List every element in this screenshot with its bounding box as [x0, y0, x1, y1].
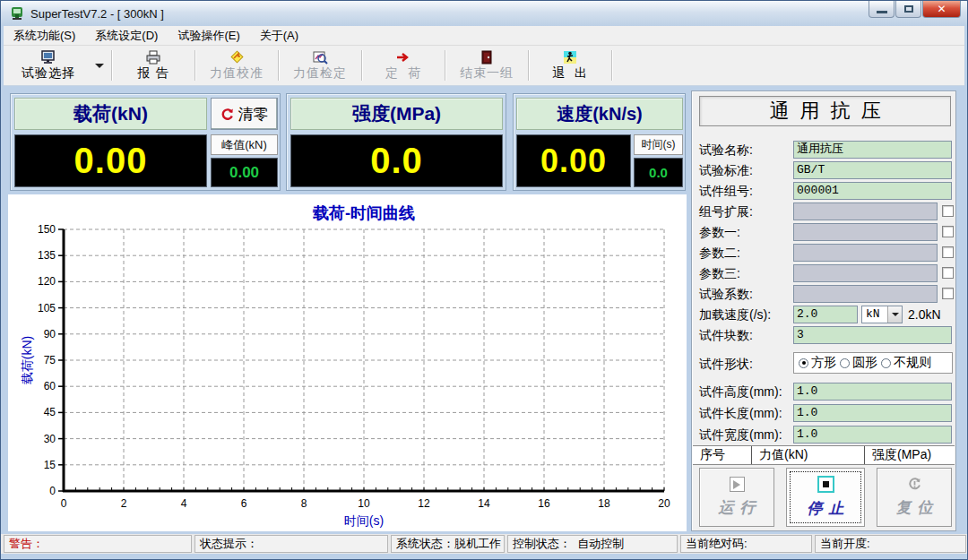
status-opening: 当前开度:: [815, 535, 966, 553]
svg-text:75: 75: [44, 354, 56, 366]
specimen-height-field[interactable]: 1.0: [793, 383, 952, 401]
magnifier-chart-icon: [312, 49, 328, 65]
exit-button[interactable]: 退 出: [531, 46, 609, 85]
svg-text:16: 16: [538, 497, 550, 510]
results-table-header: 序号 力值(kN) 强度(MPa): [693, 445, 955, 465]
toolbar: 试验选择 报 告 力值校准 力值检定: [4, 46, 964, 86]
menu-about[interactable]: 关于(A): [250, 26, 308, 45]
minimize-button[interactable]: [869, 1, 895, 18]
close-button[interactable]: ✕: [922, 1, 961, 18]
test-coefficient-field[interactable]: [793, 285, 938, 303]
param3-checkbox[interactable]: [942, 267, 954, 279]
reset-button[interactable]: 复位: [877, 468, 952, 527]
maximize-button[interactable]: [895, 1, 921, 18]
status-abs-code: 当前绝对码:: [680, 535, 812, 553]
reset-icon: [907, 477, 922, 492]
specimen-group-field[interactable]: 000001: [793, 182, 952, 200]
status-system-state: 系统状态：脱机工作: [391, 535, 505, 553]
field-label: 试验名称:: [699, 141, 753, 159]
calibrate-icon: [229, 49, 245, 65]
test-select-dropdown[interactable]: [90, 46, 109, 85]
test-coefficient-checkbox[interactable]: [942, 288, 954, 299]
group-ext-checkbox[interactable]: [942, 205, 954, 217]
printer-icon: [145, 49, 161, 65]
specimen-length-field[interactable]: 1.0: [793, 404, 952, 422]
load-time-chart: 0153045607590105120135150024681012141618…: [8, 194, 687, 531]
title-bar: SuperTestV7.2 - [ 300kN ] ✕: [1, 1, 967, 26]
field-label: 试验标准:: [699, 161, 753, 179]
field-label: 加载速度(/s):: [699, 306, 771, 323]
group-ext-field[interactable]: [793, 202, 938, 220]
svg-text:0: 0: [49, 485, 56, 497]
param1-checkbox[interactable]: [942, 226, 954, 237]
chevron-down-icon: [95, 64, 104, 68]
report-button[interactable]: 报 告: [114, 46, 193, 85]
svg-text:时间(s): 时间(s): [344, 513, 384, 528]
status-warning: 警告：: [4, 535, 192, 553]
force-verify-button[interactable]: 力值检定: [281, 46, 359, 85]
menu-system-settings[interactable]: 系统设定(D): [85, 26, 168, 45]
app-icon: [10, 6, 24, 21]
radio-round[interactable]: 圆形: [840, 355, 877, 371]
svg-text:90: 90: [44, 328, 56, 340]
field-label: 参数二:: [699, 244, 740, 262]
radio-icon: [881, 358, 891, 368]
test-name-field[interactable]: 通用抗压: [793, 141, 952, 159]
close-icon: ✕: [937, 3, 946, 15]
rate-display: 2.0kN: [908, 306, 941, 323]
strength-display-panel: 强度(MPa) 0.0: [286, 93, 506, 191]
param2-checkbox[interactable]: [942, 246, 954, 258]
field-label: 试件形状:: [699, 355, 753, 373]
combo-dropdown-button[interactable]: [887, 306, 902, 323]
test-select-button[interactable]: 试验选择: [7, 46, 90, 85]
field-label: 参数一:: [699, 223, 740, 241]
svg-text:20: 20: [658, 497, 670, 510]
field-label: 试件组号:: [699, 182, 753, 200]
param2-field[interactable]: [793, 244, 938, 262]
chart-container: 0153045607590105120135150024681012141618…: [8, 194, 687, 531]
field-label: 组号扩展:: [699, 202, 753, 220]
param1-field[interactable]: [793, 223, 938, 241]
status-hint: 状态提示：: [194, 535, 388, 553]
stop-button[interactable]: 停止: [786, 468, 865, 527]
param3-field[interactable]: [793, 264, 938, 282]
parameter-panel: 通用抗压 试验名称: 通用抗压 试验标准: GB/T 试件组号: 000001 …: [691, 90, 956, 531]
speed-value: 0.00: [516, 134, 631, 187]
toolbar-separator: [445, 50, 445, 81]
svg-text:135: 135: [38, 249, 56, 262]
svg-text:15: 15: [44, 459, 56, 471]
field-label: 试件高度(mm):: [699, 383, 782, 401]
test-type-title: 通用抗压: [699, 96, 951, 126]
menu-system-function[interactable]: 系统功能(S): [4, 26, 85, 45]
red-arrow-icon: [394, 49, 412, 65]
play-icon: [730, 477, 745, 492]
door-icon: [480, 49, 493, 65]
end-group-button[interactable]: 结束一组: [447, 46, 526, 85]
unit-select[interactable]: kN: [861, 306, 903, 323]
test-standard-field[interactable]: GB/T: [793, 161, 952, 179]
toolbar-separator: [278, 50, 279, 81]
svg-text:6: 6: [241, 497, 247, 510]
specimen-width-field[interactable]: 1.0: [793, 426, 952, 444]
svg-text:8: 8: [301, 497, 307, 510]
speed-display-panel: 速度(kN/s) 0.00 时间(s) 0.0: [513, 93, 686, 191]
menu-test-operation[interactable]: 试验操作(E): [168, 26, 249, 45]
svg-text:120: 120: [38, 275, 56, 288]
clear-zero-button[interactable]: 清零: [211, 98, 278, 130]
speed-title: 速度(kN/s): [516, 98, 683, 130]
radio-square[interactable]: 方形: [799, 355, 836, 371]
load-value: 0.00: [14, 134, 207, 187]
radio-irregular[interactable]: 不规则: [881, 355, 931, 371]
run-button[interactable]: 运行: [699, 468, 774, 527]
force-calibrate-button[interactable]: 力值校准: [197, 46, 276, 85]
svg-text:2: 2: [121, 497, 127, 510]
refresh-icon: [220, 108, 234, 121]
hold-load-button[interactable]: 定 荷: [364, 46, 443, 85]
block-count-field[interactable]: 3: [793, 326, 952, 344]
strength-value: 0.0: [290, 134, 503, 187]
svg-text:10: 10: [358, 497, 370, 510]
field-label: 试件长度(mm):: [699, 404, 782, 422]
time-label: 时间(s): [634, 134, 683, 155]
svg-text:30: 30: [44, 433, 56, 445]
load-rate-field[interactable]: 2.0: [793, 306, 858, 323]
